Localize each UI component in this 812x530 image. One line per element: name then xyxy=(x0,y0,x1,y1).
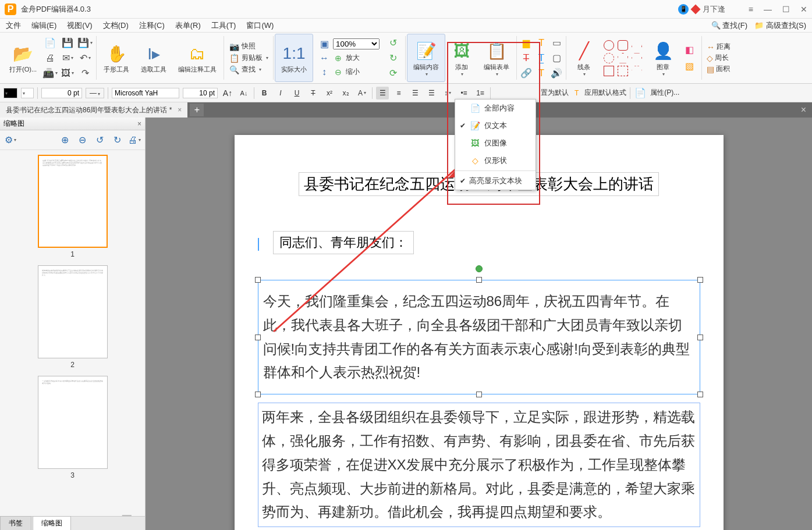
color-picker-icon[interactable]: ▧ xyxy=(683,60,696,73)
maximize-button[interactable]: ☐ xyxy=(782,5,790,14)
rotate-left-icon[interactable]: ↺ xyxy=(387,37,399,49)
zoom-out-thumb-icon[interactable]: ⊖ xyxy=(75,133,89,147)
new-tab-button[interactable]: + xyxy=(190,104,204,116)
thumbnail-tab[interactable]: 缩略图 xyxy=(33,516,71,530)
resize-handle-e[interactable] xyxy=(697,335,703,340)
line-shapes-button[interactable]: ╱ 线条 xyxy=(571,38,597,78)
underline-text-icon[interactable]: T̲ xyxy=(535,52,548,65)
apply-default-button[interactable]: 应用默认格式 xyxy=(584,88,626,98)
hand-tool-button[interactable]: ✋ 手形工具 xyxy=(101,41,132,75)
resize-handle-sw[interactable] xyxy=(255,392,261,397)
text-orange-icon[interactable]: T xyxy=(535,67,548,80)
thumbnail-item[interactable]: 县委书记在纪念五四运动86周年暨表彰大会上的讲话 同志们 青年朋友们 今天我们隆… xyxy=(12,155,133,258)
properties-button[interactable]: 属性(P)... xyxy=(650,88,679,98)
text-block-p2[interactable]: 两年来，全县各级团组织在县委领导下，立足实际，跟进形势，精选载体，强化服务，工作… xyxy=(258,403,700,527)
thumbnail-item[interactable]: 一要明晰形势在跟紧大局中校准新坐标带动长远发展县委高起点定位全面推进各项工作落实… xyxy=(12,376,133,479)
dd-all-content[interactable]: 📄全部内容 xyxy=(455,99,536,117)
search-button[interactable]: 🔍查找 xyxy=(229,65,261,75)
underline-button[interactable]: U xyxy=(290,87,303,99)
close-panel-button[interactable]: × xyxy=(137,120,141,128)
edit-content-button[interactable]: 📝 编辑内容 xyxy=(411,38,441,78)
bookmark-tab[interactable]: 书签 xyxy=(0,516,31,530)
adv-find-button[interactable]: 📁 高级查找(S) xyxy=(754,20,806,31)
close-all-tabs-button[interactable]: × xyxy=(795,105,812,115)
rotate-thumb-right-icon[interactable]: ↻ xyxy=(110,133,124,147)
tab-close-button[interactable]: × xyxy=(178,106,182,114)
menu-tools[interactable]: 工具(T) xyxy=(211,20,236,31)
diamond-icon[interactable] xyxy=(690,4,700,14)
edit-form-button[interactable]: 📋 编辑表单 xyxy=(481,38,512,78)
resize-handle-n[interactable] xyxy=(476,277,482,283)
undo-icon[interactable]: ↶ xyxy=(79,52,91,65)
strike-icon[interactable]: T̶ xyxy=(520,52,533,65)
clipboard-button[interactable]: 📋剪贴板 xyxy=(229,53,268,63)
zoom-out-button[interactable]: ↕⊖缩小 xyxy=(318,66,360,79)
redo-icon[interactable]: ↷ xyxy=(79,67,91,80)
thumbnail-page-2[interactable]: 两年来全县各级团组织在县委领导下立足实际跟进形势精选载体强化服务工作有招数有声势… xyxy=(38,265,108,358)
resize-handle-nw[interactable] xyxy=(255,277,261,283)
font-color-button[interactable]: A xyxy=(356,87,368,99)
menu-window[interactable]: 窗口(W) xyxy=(246,20,274,31)
number-list-button[interactable]: 1≡ xyxy=(474,87,487,99)
phone-icon[interactable]: 📱 xyxy=(678,4,689,15)
rotate-handle[interactable] xyxy=(476,265,483,272)
menu-file[interactable]: 文件 xyxy=(6,20,21,31)
dashed-circle-icon[interactable] xyxy=(604,53,614,63)
square-icon[interactable] xyxy=(604,66,614,76)
fill-color-picker[interactable] xyxy=(3,88,17,98)
resize-handle-w[interactable] xyxy=(255,335,261,340)
zoom-combo[interactable]: 100% xyxy=(333,38,380,49)
thumbnail-page-1[interactable]: 县委书记在纪念五四运动86周年暨表彰大会上的讲话 同志们 青年朋友们 今天我们隆… xyxy=(38,155,108,248)
dd-shape-only[interactable]: ◇仅形状 xyxy=(455,152,536,169)
bullet-list-button[interactable]: •≡ xyxy=(458,87,470,99)
sound-icon[interactable]: 🔊 xyxy=(550,67,563,80)
select-tool-button[interactable]: I▸ 选取工具 xyxy=(139,41,169,75)
print-thumb-icon[interactable]: 🖨 xyxy=(127,133,141,147)
font-size-input[interactable] xyxy=(183,88,218,98)
ellipse-icon[interactable] xyxy=(604,40,614,51)
document-tab[interactable]: 县委书记在纪念五四运动86周年暨表彰大会上的讲话 * × xyxy=(0,102,187,118)
stroke-color-picker[interactable] xyxy=(21,88,34,98)
menu-document[interactable]: 文档(D) xyxy=(103,20,129,31)
find-button[interactable]: 🔍 查找(F) xyxy=(711,20,747,31)
open-button[interactable]: 📂 打开(O)... xyxy=(7,41,39,75)
align-left-button[interactable]: ☰ xyxy=(376,87,389,99)
fit-page-icon[interactable]: ▣ xyxy=(318,38,331,51)
set-default-label[interactable]: 置为默认 xyxy=(541,88,569,98)
snapshot-button[interactable]: 📷快照 xyxy=(229,41,256,52)
menu-view[interactable]: 视图(V) xyxy=(67,20,92,31)
close-button[interactable]: ✕ xyxy=(800,5,807,14)
add-button[interactable]: 🖼 添加 xyxy=(449,38,474,78)
print-icon[interactable]: 🖨 xyxy=(44,52,56,65)
selected-text-block[interactable]: 今天，我们隆重集会，纪念五四运动86周年，庆祝五四青年节。在此，我代表县各大班子… xyxy=(258,280,700,394)
resize-handle-se[interactable] xyxy=(697,392,703,397)
dashed-hex-icon[interactable] xyxy=(632,66,642,76)
zoom-in-thumb-icon[interactable]: ⊕ xyxy=(58,133,72,147)
measure-distance-button[interactable]: ↔距离 xyxy=(707,42,731,52)
zoom-in-button[interactable]: ↔⊕放大 xyxy=(318,52,360,65)
dd-image-only[interactable]: 🖼仅图像 xyxy=(455,134,536,152)
fit-width-icon[interactable]: ↔ xyxy=(318,52,331,65)
rotate-right-icon[interactable]: ↻ xyxy=(387,52,399,65)
save-icon[interactable]: 💾 xyxy=(61,37,74,49)
resize-handle-s[interactable] xyxy=(476,392,482,397)
measure-perimeter-button[interactable]: ◇周长 xyxy=(707,53,729,63)
text-tool-icon[interactable]: T xyxy=(535,37,548,49)
resize-handle-ne[interactable] xyxy=(697,277,703,283)
scan-icon[interactable]: 📠 xyxy=(44,67,56,80)
greeting-block[interactable]: 同志们、青年朋友们： xyxy=(273,231,414,254)
hexagon-icon[interactable] xyxy=(632,53,642,63)
menu-dots-icon[interactable]: ≡ xyxy=(749,5,753,14)
font-family-input[interactable] xyxy=(112,88,179,98)
italic-button[interactable]: I xyxy=(274,87,287,99)
rounded-rect-icon[interactable] xyxy=(618,40,628,51)
email-icon[interactable]: ✉ xyxy=(61,52,74,65)
thumbnail-page-3[interactable]: 一要明晰形势在跟紧大局中校准新坐标带动长远发展县委高起点定位全面推进各项工作落实 xyxy=(38,376,108,469)
save-as-icon[interactable]: 💾 xyxy=(79,37,91,49)
form-square-icon[interactable]: ▢ xyxy=(550,52,563,65)
fit-height-icon[interactable]: ↕ xyxy=(318,66,331,79)
stroke-style-dropdown[interactable]: — xyxy=(86,88,104,98)
measure-area-button[interactable]: ▤面积 xyxy=(707,64,730,74)
align-center-button[interactable]: ≡ xyxy=(392,87,405,99)
align-justify-button[interactable]: ☰ xyxy=(425,87,438,99)
